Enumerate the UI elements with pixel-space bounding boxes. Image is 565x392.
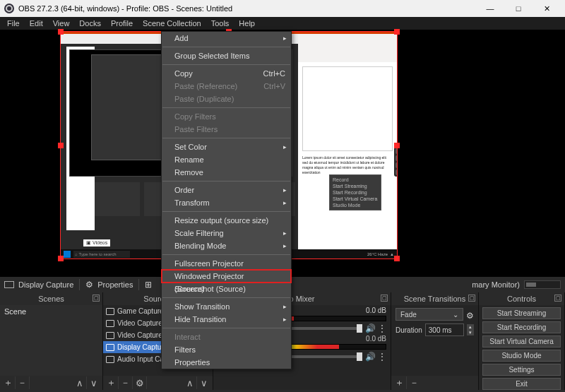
close-button[interactable]: ✕ (533, 0, 561, 17)
transitions-title: Scene Transitions▢ (391, 292, 478, 305)
speaker-icon[interactable]: 🔊 (365, 352, 375, 362)
source-type-icon (106, 356, 114, 363)
menu-docks[interactable]: Docks (75, 18, 105, 29)
scene-down-button[interactable]: ∨ (87, 376, 101, 389)
monitor-scrollbar[interactable] (524, 280, 561, 289)
add-scene-button[interactable]: ＋ (1, 376, 16, 389)
scene-transitions-dock: Scene Transitions▢ Fade⌄ ⚙ Duration 300 … (391, 292, 479, 390)
source-up-button[interactable]: ∧ (183, 376, 197, 389)
maximize-button[interactable]: □ (504, 0, 533, 17)
exit-button[interactable]: Exit (482, 378, 561, 390)
menu-profile[interactable]: Profile (107, 18, 137, 29)
mixer-hidden-db: 0.0 dB (366, 307, 386, 314)
chevron-right-icon: ▸ (283, 184, 287, 196)
context-menu-item[interactable]: Fullscreen Projector (Source)▸ (162, 257, 291, 270)
context-menu-item[interactable]: Screenshot (Source) (162, 283, 291, 295)
source-properties-button[interactable]: ⚙ (133, 376, 147, 389)
undock-icon[interactable]: ▢ (468, 295, 475, 302)
start-virtual-camera-button[interactable]: Start Virtual Camera (482, 335, 561, 348)
speaker-icon[interactable]: 🔊 (365, 323, 375, 333)
add-transition-button[interactable]: ＋ (393, 376, 407, 389)
context-menu-item[interactable]: Show Transition▸ (162, 300, 291, 313)
menu-view[interactable]: View (49, 18, 74, 29)
properties-button[interactable]: Properties (97, 280, 133, 289)
context-menu-item[interactable]: Hide Transition▸ (162, 313, 291, 326)
transition-select[interactable]: Fade⌄ (396, 308, 463, 321)
captured-mini-popup: Record Start Streaming Start Recording S… (329, 174, 381, 210)
window-titlebar: OBS 27.2.3 (64-bit, windows) - Profile: … (0, 0, 565, 17)
channel-menu-icon[interactable]: ⋮ (378, 352, 386, 362)
resize-handle[interactable] (394, 256, 400, 261)
captured-start-icon (64, 251, 71, 258)
context-menu-item[interactable]: Windowed Projector (Source) (162, 270, 291, 283)
remove-source-button[interactable]: － (119, 376, 133, 389)
menubar: File Edit View Docks Profile Scene Colle… (0, 17, 565, 30)
context-menu-item[interactable]: Remove (162, 166, 291, 179)
studio-mode-button[interactable]: Studio Mode (482, 350, 561, 362)
context-menu-item: Copy Filters (162, 110, 291, 123)
chevron-right-icon: ▸ (283, 196, 287, 209)
settings-button[interactable]: Settings (482, 364, 561, 376)
context-menu-item[interactable]: Resize output (source size) (162, 214, 291, 227)
context-menu-item[interactable]: Transform▸ (162, 196, 291, 209)
menu-file[interactable]: File (3, 18, 24, 29)
menu-tools[interactable]: Tools (207, 18, 234, 29)
chevron-right-icon: ▸ (283, 239, 287, 252)
resize-handle[interactable] (394, 143, 400, 148)
chevron-right-icon: ▸ (283, 300, 287, 313)
source-type-icon (106, 308, 114, 315)
resize-handle[interactable] (58, 256, 64, 261)
channel-menu-icon[interactable]: ⋮ (378, 323, 386, 333)
add-source-button[interactable]: ＋ (105, 376, 119, 389)
resize-handle[interactable] (58, 143, 64, 148)
context-menu-item[interactable]: Scale Filtering▸ (162, 227, 291, 239)
context-menu-item: Paste (Duplicate) (162, 93, 291, 105)
source-type-icon (106, 344, 114, 351)
context-menu-item: Paste Filters (162, 123, 291, 136)
context-menu-item[interactable]: Rename (162, 153, 291, 166)
channel-db: 0.0 dB (366, 335, 386, 343)
remove-transition-button[interactable]: － (407, 376, 421, 389)
undock-icon[interactable]: ▢ (93, 295, 100, 302)
minimize-button[interactable]: — (476, 0, 504, 17)
transition-settings-icon[interactable]: ⚙ (466, 311, 474, 321)
context-menu-item[interactable]: Set Color▸ (162, 141, 291, 153)
source-down-button[interactable]: ∨ (197, 376, 211, 389)
scene-up-button[interactable]: ∧ (73, 376, 87, 389)
context-menu-item[interactable]: Order▸ (162, 184, 291, 196)
preview-area[interactable]: ▣ Videos ⌕ Type here to search Lorem ips… (0, 30, 565, 277)
start-recording-button[interactable]: Start Recording (482, 321, 561, 333)
chevron-right-icon: ▸ (283, 227, 287, 239)
resize-handle[interactable] (58, 29, 64, 35)
obs-logo-icon (4, 4, 14, 13)
context-menu-item[interactable]: Group Selected Items (162, 49, 291, 62)
scene-row[interactable]: Scene (0, 305, 102, 318)
chevron-right-icon: ▸ (283, 141, 287, 153)
undock-icon[interactable]: ▢ (554, 295, 561, 302)
source-type-icon (4, 281, 14, 288)
menu-scene-collection[interactable]: Scene Collection (138, 18, 206, 29)
duration-label: Duration (396, 326, 422, 334)
context-menu-item[interactable]: Add▸ (162, 32, 291, 44)
context-menu-item[interactable]: CopyCtrl+C (162, 67, 291, 80)
window-title: OBS 27.2.3 (64-bit, windows) - Profile: … (18, 4, 476, 13)
menu-edit[interactable]: Edit (25, 18, 47, 29)
context-menu-item[interactable]: Blending Mode▸ (162, 239, 291, 252)
scenes-dock: Scenes▢ Scene ＋ － ∧ ∨ (0, 292, 103, 390)
source-type-icon (106, 320, 114, 327)
undock-icon[interactable]: ▢ (381, 295, 388, 302)
duration-spinner[interactable]: ▴▾ (467, 324, 474, 335)
filters-icon[interactable]: ⊞ (145, 280, 152, 290)
context-menu-item[interactable]: Properties (162, 356, 291, 369)
context-menu-item[interactable]: Filters (162, 343, 291, 356)
gear-icon[interactable]: ⚙ (85, 280, 93, 290)
captured-search-box: ⌕ Type here to search (73, 251, 130, 258)
resize-handle[interactable] (394, 29, 400, 35)
captured-videos-label: ▣ Videos (83, 239, 110, 247)
captured-side-toolbar (394, 147, 397, 177)
source-context-menu: Add▸Group Selected ItemsCopyCtrl+CPaste … (161, 31, 292, 369)
duration-input[interactable]: 300 ms (425, 323, 464, 336)
menu-help[interactable]: Help (234, 18, 259, 29)
start-streaming-button[interactable]: Start Streaming (482, 307, 561, 319)
remove-scene-button[interactable]: － (16, 376, 30, 389)
